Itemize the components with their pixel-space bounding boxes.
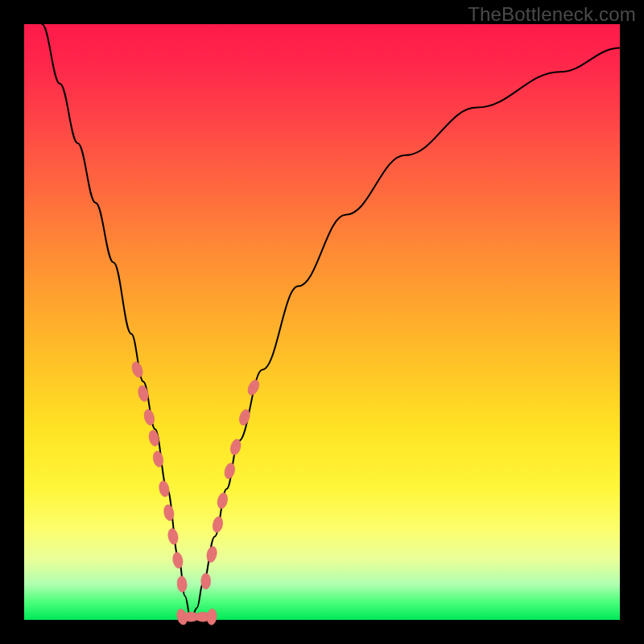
highlight-bead [142,408,155,426]
chart-frame: TheBottleneck.com [0,0,644,644]
highlight-bead [130,361,145,379]
highlight-bead [167,527,179,545]
highlight-bead [206,609,217,625]
highlight-bead [216,492,229,510]
chart-overlay [24,24,620,620]
highlight-bead [205,546,218,564]
highlight-bead [201,573,211,589]
highlight-bead [171,551,184,569]
bottleneck-curve [42,24,620,620]
watermark-text: TheBottleneck.com [468,3,636,26]
highlight-bead [246,378,261,397]
highlight-bead [223,462,236,480]
highlight-bead [212,516,225,534]
highlight-bead [176,576,187,592]
highlight-bead [158,480,171,497]
highlight-beads-group [130,361,262,626]
